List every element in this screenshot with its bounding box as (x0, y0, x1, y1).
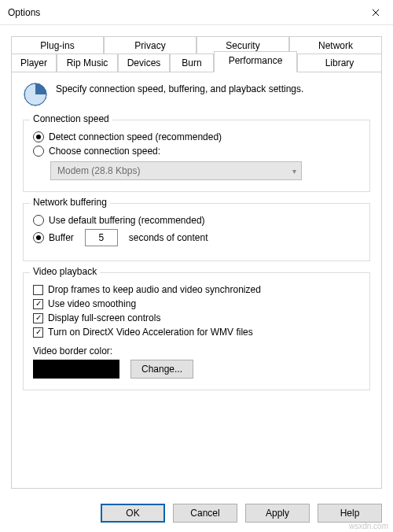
performance-icon (23, 82, 48, 107)
cancel-button[interactable]: Cancel (173, 504, 237, 523)
apply-button[interactable]: Apply (245, 504, 310, 523)
label-fullscreen-controls: Display full-screen controls (48, 312, 160, 323)
combo-connection-speed[interactable]: Modem (28.8 Kbps) ▾ (50, 161, 302, 180)
tab-library[interactable]: Library (297, 54, 382, 72)
input-buffer-seconds[interactable]: 5 (85, 229, 118, 246)
label-choose-speed: Choose connection speed: (49, 146, 160, 157)
group-network-buffering: Network buffering Use default buffering … (23, 203, 370, 261)
radio-detect-speed[interactable] (33, 131, 44, 142)
close-icon (372, 9, 380, 17)
close-button[interactable] (358, 0, 393, 25)
tab-player[interactable]: Player (11, 54, 57, 72)
check-video-smoothing[interactable] (33, 299, 43, 309)
check-fullscreen-controls[interactable] (33, 313, 43, 323)
tab-privacy[interactable]: Privacy (104, 36, 196, 54)
tab-strip: Plug-ins Privacy Security Network Player… (11, 36, 382, 489)
label-border-color: Video border color: (33, 345, 360, 357)
tab-devices[interactable]: Devices (118, 54, 170, 72)
label-detect-speed: Detect connection speed (recommended) (49, 131, 222, 142)
check-directx-accel[interactable] (33, 327, 43, 338)
legend-buffering: Network buffering (30, 197, 110, 208)
window-title: Options (8, 7, 358, 18)
legend-video: Video playback (30, 266, 100, 277)
combo-value: Modem (28.8 Kbps) (57, 165, 140, 176)
help-button[interactable]: Help (318, 504, 382, 523)
intro-text: Specify connection speed, buffering, and… (56, 82, 303, 94)
swatch-border-color (33, 360, 119, 379)
group-video-playback: Video playback Drop frames to keep audio… (23, 272, 370, 390)
tab-network[interactable]: Network (289, 36, 382, 54)
radio-default-buffering[interactable] (33, 215, 44, 226)
tab-plugins[interactable]: Plug-ins (11, 36, 104, 54)
chevron-down-icon: ▾ (292, 167, 296, 175)
button-change-color[interactable]: Change... (130, 360, 193, 379)
radio-choose-speed[interactable] (33, 146, 44, 157)
tab-performance[interactable]: Performance (214, 51, 297, 72)
tab-panel-performance: Specify connection speed, buffering, and… (11, 72, 382, 489)
label-buffer: Buffer (49, 232, 74, 243)
watermark: wsxdn.com (349, 522, 388, 530)
legend-connection: Connection speed (30, 113, 112, 124)
label-directx-accel: Turn on DirectX Video Acceleration for W… (48, 327, 253, 338)
tab-rip-music[interactable]: Rip Music (57, 54, 118, 72)
titlebar: Options (0, 0, 393, 25)
dialog-footer: OK Cancel Apply Help (101, 504, 382, 523)
check-drop-frames[interactable] (33, 285, 43, 295)
label-drop-frames: Drop frames to keep audio and video sync… (48, 284, 261, 295)
label-buffer-suffix: seconds of content (129, 232, 208, 243)
radio-buffer[interactable] (33, 232, 44, 243)
tab-burn[interactable]: Burn (170, 54, 214, 72)
label-video-smoothing: Use video smoothing (48, 298, 136, 309)
ok-button[interactable]: OK (101, 504, 165, 523)
label-default-buffering: Use default buffering (recommended) (49, 215, 205, 226)
group-connection-speed: Connection speed Detect connection speed… (23, 120, 370, 192)
